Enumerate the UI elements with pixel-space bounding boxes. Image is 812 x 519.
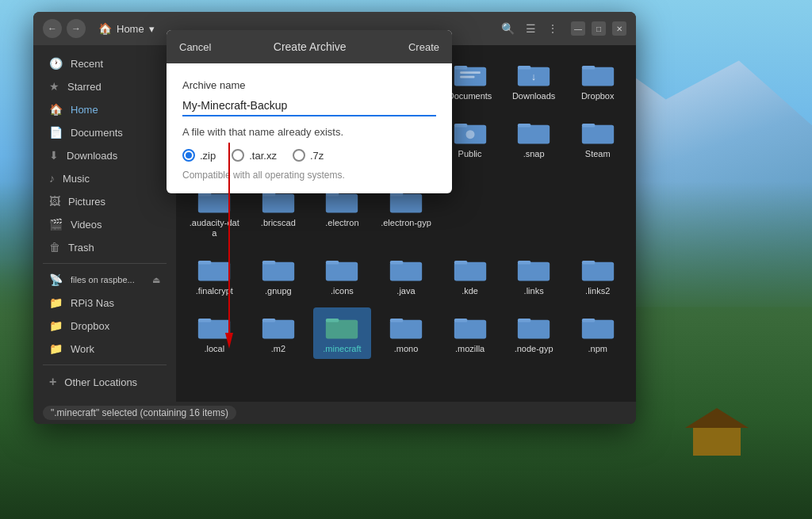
folder-minecraft[interactable]: .minecraft (313, 307, 371, 359)
nav-buttons: ← → (43, 19, 86, 38)
create-button[interactable]: Create (396, 30, 452, 63)
cancel-button[interactable]: Cancel (167, 30, 224, 63)
folder-links-icon (516, 254, 551, 283)
dialog-titlebar: Cancel Create Archive Create (167, 30, 452, 63)
sidebar-item-documents[interactable]: 📄 Documents (36, 121, 173, 143)
folder-mono[interactable]: .mono (377, 307, 435, 359)
svg-rect-59 (262, 320, 294, 339)
folder-audacity-label: .audacity-data (189, 218, 239, 239)
svg-rect-50 (390, 261, 404, 265)
sidebar-label-pictures: Pictures (68, 196, 105, 208)
folder-m2[interactable]: .m2 (250, 307, 308, 359)
archive-name-label: Archive name (182, 79, 436, 91)
sidebar-item-rpi3nas[interactable]: 📁 RPi3 Nas (36, 292, 173, 314)
svg-rect-56 (582, 261, 596, 265)
folder-links2[interactable]: .links2 (569, 250, 626, 301)
folder-grid-row5: .local .m2 .minecraft (186, 307, 626, 359)
close-button[interactable]: ✕ (612, 21, 626, 36)
forward-button[interactable]: → (67, 19, 86, 38)
folder-mozilla[interactable]: .mozilla (441, 307, 499, 359)
folder-mozilla-label: .mozilla (455, 344, 485, 354)
svg-rect-66 (454, 319, 467, 322)
folder-documents-label: Documents (448, 91, 492, 101)
zip-radio[interactable] (182, 149, 195, 162)
format-tarxz[interactable]: .tar.xz (232, 149, 277, 162)
sidebar-item-music[interactable]: ♪ Music (36, 167, 173, 189)
folder-links[interactable]: .links (505, 250, 563, 301)
title-dropdown-icon[interactable]: ▾ (149, 23, 155, 35)
star-icon: ★ (49, 80, 59, 93)
folder-m2-label: .m2 (271, 344, 285, 354)
folder-local-label: .local (204, 344, 224, 354)
sidebar-label-videos: Videos (71, 219, 102, 231)
folder-java-icon (389, 254, 423, 283)
folder-npm[interactable]: .npm (569, 307, 626, 359)
folder-bricscad2-label: .bricscad (261, 218, 296, 228)
svg-rect-52 (454, 261, 467, 265)
sidebar-item-starred[interactable]: ★ Starred (36, 75, 173, 97)
sidebar-label-dropbox: Dropbox (71, 320, 109, 332)
dropbox-icon: 📁 (49, 319, 63, 332)
dialog-body: Archive name A file with that name alrea… (167, 63, 452, 193)
folder-dropbox[interactable]: Dropbox (569, 55, 626, 106)
folder-steam-icon (580, 117, 615, 146)
archive-name-input[interactable] (182, 96, 436, 116)
folder-local[interactable]: .local (186, 307, 243, 359)
svg-rect-33 (582, 125, 614, 144)
sidebar-label-music: Music (63, 173, 90, 185)
minimize-button[interactable]: — (571, 21, 585, 36)
folder-finalcrypt[interactable]: .finalcrypt (186, 250, 243, 301)
trash-icon: 🗑 (49, 241, 60, 254)
sidebar-item-raspi[interactable]: 📡 files on raspbe... ⏏ (36, 269, 173, 291)
sidebar-item-home[interactable]: 🏠 Home (36, 98, 173, 120)
sidebar-item-pictures[interactable]: 🖼 Pictures (36, 190, 173, 212)
sidebar-item-work[interactable]: 📁 Work (36, 338, 173, 360)
folder-electrong-label: .electron-gyp (381, 218, 431, 228)
tarxz-radio[interactable] (232, 149, 244, 162)
folder-gnupg[interactable]: .gnupg (250, 250, 308, 301)
folder-m2-icon (261, 312, 296, 341)
sidebar-item-recent[interactable]: 🕐 Recent (36, 52, 173, 74)
folder-icons[interactable]: .icons (313, 250, 371, 301)
folder-links-label: .links (524, 286, 544, 296)
format-7z[interactable]: .7z (293, 149, 324, 162)
folder-nodegyp[interactable]: .node-gyp (505, 307, 563, 359)
svg-rect-15 (582, 67, 614, 86)
sidebar-label-downloads: Downloads (67, 150, 117, 162)
folder-kde[interactable]: .kde (441, 250, 499, 301)
recent-icon: 🕐 (49, 57, 63, 70)
maximize-button[interactable]: □ (592, 21, 606, 36)
svg-rect-67 (518, 320, 550, 339)
svg-text:↓: ↓ (531, 71, 536, 82)
sevenz-radio[interactable] (293, 149, 305, 162)
sidebar-item-other-locations[interactable]: + Other Locations (36, 370, 173, 394)
work-icon: 📁 (49, 342, 63, 355)
svg-rect-39 (326, 193, 358, 212)
folder-empty3 (569, 181, 626, 243)
folder-steam[interactable]: Steam (569, 113, 626, 174)
sidebar-item-dropbox[interactable]: 📁 Dropbox (36, 315, 173, 337)
create-archive-dialog: Cancel Create Archive Create Archive nam… (167, 30, 452, 193)
svg-rect-13 (518, 66, 531, 70)
sidebar-item-trash[interactable]: 🗑 Trash (36, 236, 173, 258)
svg-rect-32 (518, 124, 531, 128)
svg-rect-29 (454, 124, 467, 128)
rpi3-icon: 📁 (49, 296, 63, 309)
format-zip[interactable]: .zip (182, 149, 216, 162)
eject-icon[interactable]: ⏏ (152, 275, 160, 285)
sidebar-item-videos[interactable]: 🎬 Videos (36, 213, 173, 235)
search-icon[interactable]: 🔍 (501, 22, 515, 35)
folder-public-icon (453, 117, 488, 146)
folder-java[interactable]: .java (377, 250, 435, 301)
svg-rect-61 (326, 320, 358, 339)
menu-icon[interactable]: ⋮ (547, 22, 558, 35)
svg-rect-65 (454, 320, 485, 339)
documents-icon: 📄 (49, 126, 63, 139)
list-view-icon[interactable]: ☰ (526, 22, 536, 35)
sidebar-item-downloads[interactable]: ⬇ Downloads (36, 144, 173, 166)
folder-snap[interactable]: .snap (505, 113, 563, 174)
folder-downloads[interactable]: ↓ Downloads (505, 55, 563, 106)
svg-rect-11 (460, 76, 474, 78)
svg-point-30 (465, 130, 474, 139)
back-button[interactable]: ← (43, 19, 62, 38)
